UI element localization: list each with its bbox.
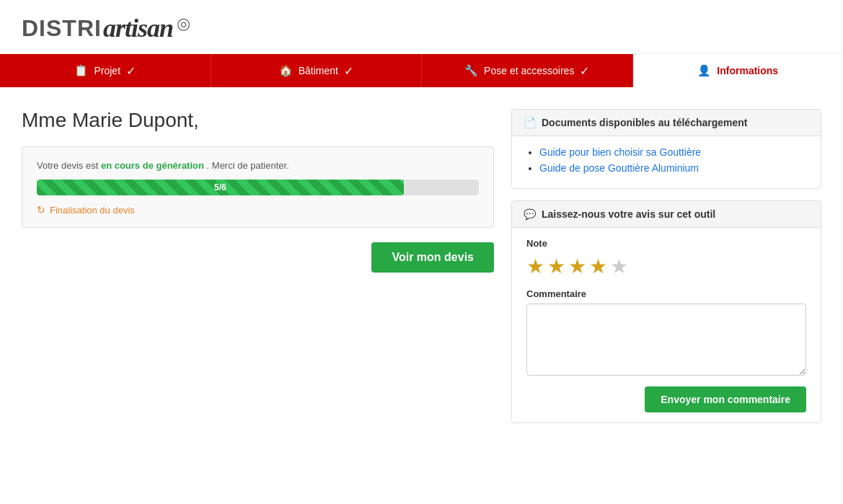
page-title: Mme Marie Dupont, <box>22 109 494 132</box>
navbar: 📋 Projet ✓ 🏠 Bâtiment ✓ 🔧 Pose et access… <box>0 54 843 87</box>
progress-box: Votre devis est en cours de génération .… <box>22 146 494 228</box>
commentaire-textarea[interactable] <box>526 304 806 376</box>
finalisation-status: ↻ Finalisation du devis <box>37 204 479 216</box>
documents-header-icon: 📄 <box>524 117 536 128</box>
envoyer-button[interactable]: Envoyer mon commentaire <box>645 386 806 412</box>
star-5[interactable]: ★ <box>610 255 628 278</box>
spin-icon: ↻ <box>37 204 45 216</box>
informations-icon: 👤 <box>697 64 711 77</box>
finalisation-label: Finalisation du devis <box>50 205 135 216</box>
right-panel: 📄 Documents disponibles au téléchargemen… <box>511 109 821 423</box>
pose-icon: 🔧 <box>464 64 478 77</box>
nav-item-batiment[interactable]: 🏠 Bâtiment ✓ <box>211 54 423 87</box>
avis-header-icon: 💬 <box>524 208 536 220</box>
left-panel: Mme Marie Dupont, Votre devis est en cou… <box>22 109 494 423</box>
check-pose: ✓ <box>580 64 589 78</box>
logo-distri: DISTRI <box>22 15 102 42</box>
nav-item-informations[interactable]: 👤 Informations <box>633 54 844 87</box>
list-item: Guide de pose Gouttière Aluminium <box>539 162 806 174</box>
progress-value: 5/6 <box>214 182 226 193</box>
guide-link-2[interactable]: Guide de pose Gouttière Aluminium <box>539 162 699 174</box>
nav-label-projet: Projet <box>94 65 120 76</box>
progress-bar-fill: 5/6 <box>37 180 404 195</box>
main-content: Mme Marie Dupont, Votre devis est en cou… <box>0 87 843 445</box>
commentaire-label: Commentaire <box>526 288 806 299</box>
star-2[interactable]: ★ <box>547 255 565 278</box>
star-3[interactable]: ★ <box>568 255 586 278</box>
voir-devis-button[interactable]: Voir mon devis <box>371 242 494 273</box>
nav-item-projet[interactable]: 📋 Projet ✓ <box>0 54 211 87</box>
star-4[interactable]: ★ <box>589 255 607 278</box>
avis-header-label: Laissez-nous votre avis sur cet outil <box>542 208 715 220</box>
avis-card: 💬 Laissez-nous votre avis sur cet outil … <box>511 200 821 423</box>
documents-header-label: Documents disponibles au téléchargement <box>542 117 748 128</box>
check-batiment: ✓ <box>344 64 353 78</box>
documents-card-header: 📄 Documents disponibles au téléchargemen… <box>512 110 821 136</box>
documents-card-body: Guide pour bien choisir sa Gouttière Gui… <box>512 136 821 188</box>
documents-list: Guide pour bien choisir sa Gouttière Gui… <box>526 146 806 174</box>
logo: DISTRI artisan ◎ <box>22 13 821 43</box>
guide-link-1[interactable]: Guide pour bien choisir sa Gouttière <box>539 146 701 158</box>
stars-rating[interactable]: ★ ★ ★ ★ ★ <box>526 255 806 278</box>
check-projet: ✓ <box>126 64 136 78</box>
progress-suffix: . Merci de patienter. <box>207 160 289 171</box>
projet-icon: 📋 <box>74 64 88 77</box>
nav-item-pose[interactable]: 🔧 Pose et accessoires ✓ <box>422 54 633 87</box>
avis-card-body: Note ★ ★ ★ ★ ★ Commentaire Envoyer mon c… <box>512 228 821 423</box>
documents-card: 📄 Documents disponibles au téléchargemen… <box>511 109 821 189</box>
note-label: Note <box>526 238 806 249</box>
batiment-icon: 🏠 <box>279 64 293 77</box>
star-1[interactable]: ★ <box>526 255 544 278</box>
progress-prefix: Votre devis est <box>37 160 98 171</box>
nav-label-batiment: Bâtiment <box>299 65 338 76</box>
logo-icon: ◎ <box>177 14 190 33</box>
header: DISTRI artisan ◎ <box>0 0 843 54</box>
progress-highlight: en cours de génération <box>101 160 204 171</box>
logo-artisan: artisan <box>103 13 173 43</box>
list-item: Guide pour bien choisir sa Gouttière <box>539 146 806 158</box>
avis-card-header: 💬 Laissez-nous votre avis sur cet outil <box>512 201 821 228</box>
progress-bar-container: 5/6 <box>37 180 479 195</box>
nav-label-informations: Informations <box>717 65 778 76</box>
nav-label-pose: Pose et accessoires <box>484 65 574 76</box>
progress-text: Votre devis est en cours de génération .… <box>37 160 479 171</box>
